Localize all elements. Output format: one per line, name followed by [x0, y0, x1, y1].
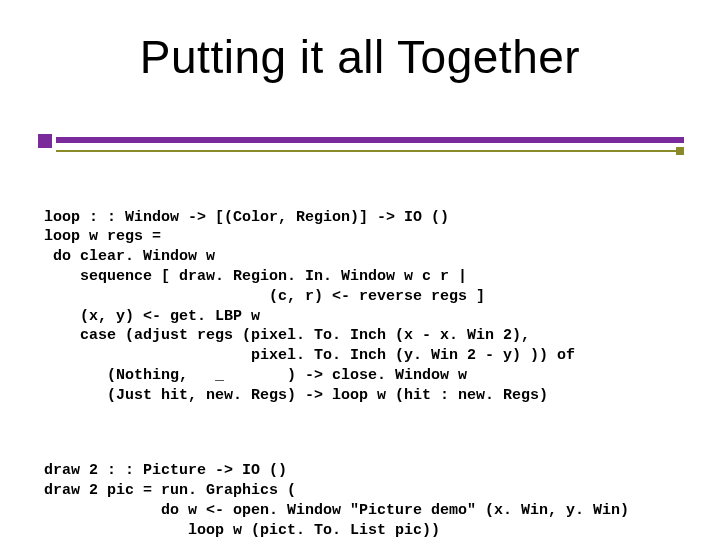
- slide-title: Putting it all Together: [0, 30, 720, 84]
- code-area: loop : : Window -> [(Color, Region)] -> …: [44, 168, 684, 540]
- olive-line: [56, 150, 676, 152]
- slide: Putting it all Together loop : : Window …: [0, 0, 720, 540]
- title-underline: [38, 128, 684, 152]
- olive-square-icon: [676, 147, 684, 155]
- code-block-2: draw 2 : : Picture -> IO () draw 2 pic =…: [44, 461, 684, 540]
- code-block-1: loop : : Window -> [(Color, Region)] -> …: [44, 208, 684, 406]
- purple-line: [56, 137, 684, 143]
- purple-square-icon: [38, 134, 52, 148]
